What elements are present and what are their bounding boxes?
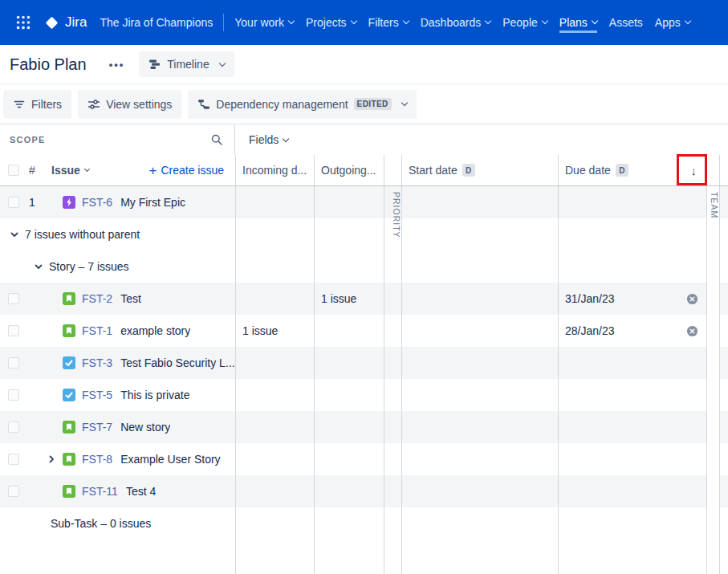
nav-people[interactable]: People: [502, 13, 547, 33]
issue-summary[interactable]: New story: [120, 421, 170, 434]
row-checkbox[interactable]: [8, 454, 19, 465]
view-settings-button[interactable]: View settings: [78, 90, 181, 119]
issue-key-link[interactable]: FST-11: [82, 485, 118, 498]
due-date-cell[interactable]: [558, 186, 706, 218]
chevron-down-icon[interactable]: [8, 228, 21, 241]
start-date-cell[interactable]: [401, 283, 558, 315]
jira-mark-icon: [43, 14, 60, 31]
chevron-right-icon[interactable]: [45, 453, 58, 466]
issue-summary[interactable]: Test: [120, 292, 141, 305]
row-number: 1: [29, 196, 45, 209]
group-label[interactable]: 7 issues without parent: [25, 228, 140, 241]
issue-key-link[interactable]: FST-6: [82, 196, 112, 209]
app-switcher-icon[interactable]: [10, 9, 37, 36]
select-all-checkbox[interactable]: [8, 165, 19, 176]
timeline-edge-cell: [719, 347, 728, 379]
scope-cell: FST-3 Test Fabio Security L...: [0, 347, 235, 379]
outgoing-cell[interactable]: [314, 443, 384, 475]
incoming-cell[interactable]: [235, 443, 314, 475]
outgoing-cell[interactable]: 1 issue: [314, 283, 384, 315]
issue-summary[interactable]: This is private: [120, 389, 189, 401]
issue-summary[interactable]: Test 4: [126, 485, 156, 498]
outgoing-cell[interactable]: [314, 379, 384, 411]
incoming-cell[interactable]: [235, 411, 314, 443]
incoming-cell[interactable]: [235, 379, 314, 411]
timeline-edge-cell: [719, 186, 728, 218]
start-date-cell[interactable]: [401, 347, 558, 379]
sort-descending-icon[interactable]: ↓: [691, 164, 697, 177]
group-label[interactable]: Sub-Task – 0 issues: [51, 517, 151, 530]
dependency-management-button[interactable]: Dependency management EDITED: [188, 90, 416, 119]
incoming-cell[interactable]: 1 issue: [235, 315, 314, 347]
nav-apps[interactable]: Apps: [655, 13, 690, 33]
chevron-down-icon[interactable]: [32, 260, 45, 273]
row-checkbox[interactable]: [8, 421, 19, 433]
incoming-cell[interactable]: [235, 475, 314, 507]
fields-bar: Fields: [235, 124, 728, 155]
issue-key-link[interactable]: FST-1: [82, 324, 112, 337]
issue-key-link[interactable]: FST-5: [82, 389, 112, 401]
chevron-down-icon: [350, 18, 356, 24]
issue-key-link[interactable]: FST-2: [82, 292, 112, 305]
outgoing-cell[interactable]: [314, 411, 384, 443]
issue-summary[interactable]: My First Epic: [120, 196, 185, 209]
start-date-cell[interactable]: [401, 411, 558, 443]
start-date-cell[interactable]: [401, 443, 558, 475]
timeline-edge-header: [719, 155, 728, 185]
nav-dashboards[interactable]: Dashboards: [421, 13, 491, 33]
outgoing-cell[interactable]: [314, 475, 384, 507]
clear-date-icon[interactable]: [686, 293, 698, 305]
row-checkbox[interactable]: [8, 389, 19, 401]
filter-icon: [13, 98, 26, 111]
incoming-cell[interactable]: [235, 283, 314, 315]
issue-summary[interactable]: example story: [120, 324, 190, 337]
row-checkbox[interactable]: [8, 197, 19, 208]
due-date-cell[interactable]: [558, 347, 706, 379]
issue-column-header[interactable]: Issue: [51, 164, 89, 177]
jira-logo[interactable]: Jira: [43, 14, 87, 31]
outgoing-cell[interactable]: [314, 186, 384, 218]
row-checkbox[interactable]: [8, 486, 19, 497]
start-date-cell[interactable]: [401, 475, 558, 507]
nav-your-work[interactable]: Your work: [234, 13, 294, 33]
due-date-cell[interactable]: [558, 379, 706, 411]
clear-date-icon[interactable]: [686, 325, 698, 337]
start-date-cell[interactable]: [401, 379, 558, 411]
issue-key-link[interactable]: FST-7: [82, 421, 112, 434]
nav-plans[interactable]: Plans: [559, 13, 597, 33]
due-date-cell[interactable]: [558, 411, 706, 443]
create-issue-button[interactable]: +Create issue: [148, 164, 224, 177]
more-button[interactable]: •••: [103, 54, 132, 75]
row-checkbox[interactable]: [8, 293, 19, 304]
nav-projects[interactable]: Projects: [306, 13, 356, 33]
team-collapsed-column[interactable]: TEAM: [706, 192, 719, 218]
view-mode-button[interactable]: Timeline: [139, 51, 234, 77]
priority-collapsed-column[interactable]: PRIORITY: [384, 192, 401, 238]
filters-button[interactable]: Filters: [3, 90, 71, 119]
row-checkbox[interactable]: [8, 325, 19, 336]
start-date-cell[interactable]: [401, 315, 558, 347]
due-date-cell[interactable]: 28/Jan/23: [558, 315, 706, 347]
fields-button[interactable]: Fields: [249, 133, 288, 146]
due-date-cell[interactable]: [558, 443, 706, 475]
issue-summary[interactable]: Example User Story: [120, 453, 220, 466]
row-checkbox[interactable]: [8, 357, 19, 368]
group-label[interactable]: Story – 7 issues: [49, 260, 129, 273]
issue-key-link[interactable]: FST-8: [82, 453, 112, 466]
search-icon[interactable]: [210, 133, 223, 146]
outgoing-cell[interactable]: [314, 347, 384, 379]
due-date-cell[interactable]: [558, 475, 706, 507]
incoming-cell[interactable]: [235, 186, 314, 218]
nav-assets[interactable]: Assets: [609, 13, 643, 33]
nav-filters[interactable]: Filters: [368, 13, 409, 33]
issue-summary[interactable]: Test Fabio Security L...: [120, 356, 234, 369]
outgoing-cell[interactable]: [314, 315, 384, 347]
team-cell: [706, 379, 719, 411]
incoming-cell[interactable]: [235, 347, 314, 379]
start-date-column-header: Start dateD: [401, 155, 558, 185]
epic-icon: [63, 196, 75, 209]
start-date-cell[interactable]: [401, 186, 558, 218]
due-date-cell[interactable]: 31/Jan/23: [558, 283, 706, 315]
chevron-down-icon: [218, 59, 225, 66]
issue-key-link[interactable]: FST-3: [82, 356, 112, 369]
